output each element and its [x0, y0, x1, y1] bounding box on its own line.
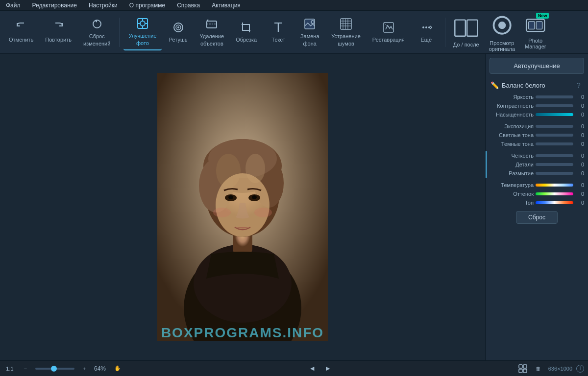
svg-rect-29 [467, 20, 478, 36]
crop-button[interactable]: Обрезка [231, 18, 262, 46]
next-icon: ▶ [326, 365, 330, 372]
menu-edit[interactable]: Редактирование [30, 1, 79, 10]
preview-original-button[interactable]: Просмотр оригинала [485, 9, 519, 55]
blur-label: Размытие [490, 170, 534, 176]
zoom-thumb[interactable] [51, 366, 57, 372]
replace-bg-button[interactable]: Замена фона [295, 14, 324, 50]
slider-row-tone: Тон 0 [486, 198, 588, 207]
more-button[interactable]: Ещё [412, 18, 441, 46]
svg-rect-55 [519, 365, 522, 368]
exposure-label: Экспозиция [490, 123, 534, 129]
bottom-bar: 1:1 − + 64% ✋ ◀ ▶ 🗑 [0, 360, 588, 376]
details-slider[interactable] [536, 163, 573, 166]
menu-about[interactable]: О программе [127, 1, 167, 10]
zoom-in-button[interactable]: + [78, 363, 90, 375]
enhance-photo-button[interactable]: Улучшение фото [123, 14, 161, 50]
slider-row-highlights: Светлые тона 0 [486, 131, 588, 140]
redo-button[interactable]: Повторить [40, 18, 76, 46]
photo-manager-button[interactable]: New Photo Manager [521, 12, 550, 52]
delete-button[interactable]: 🗑 [533, 363, 544, 375]
next-frame-button[interactable]: ▶ [322, 363, 334, 375]
brightness-slider[interactable] [536, 95, 573, 98]
slider-row-blur: Размытие 0 [486, 169, 588, 178]
zoom-out-icon: − [24, 366, 27, 372]
help-icon[interactable]: ? [574, 81, 583, 90]
svg-point-2 [140, 21, 145, 26]
clarity-slider[interactable] [536, 154, 573, 157]
blur-value: 0 [575, 170, 584, 176]
main-area: BOXPROGRAMS.INFO Автоулучшение ✏️ Баланс… [0, 54, 588, 360]
zoom-out-button[interactable]: − [20, 363, 31, 375]
svg-point-27 [428, 26, 430, 28]
hand-tool-button[interactable]: ✋ [112, 363, 123, 375]
menu-help[interactable]: Справка [175, 1, 202, 10]
right-panel: Автоулучшение ✏️ Баланс белого ? Яркость… [485, 54, 588, 360]
details-value: 0 [575, 162, 584, 167]
tint-value: 0 [575, 191, 584, 197]
temperature-slider[interactable] [536, 184, 573, 187]
brightness-label: Яркость [490, 94, 534, 100]
toolbar: Отменить Повторить Сброс изменений Улучш… [0, 11, 588, 54]
exposure-slider[interactable] [536, 125, 573, 128]
svg-rect-10 [207, 21, 217, 28]
saturation-slider[interactable] [536, 113, 573, 116]
gallery-view-icon [518, 364, 527, 373]
brightness-value: 0 [575, 94, 584, 100]
info-icon[interactable]: i [576, 365, 584, 373]
svg-point-31 [498, 22, 506, 29]
ratio-button[interactable]: 1:1 [4, 363, 16, 375]
restore-button[interactable]: Реставрация [368, 18, 410, 46]
denoise-button[interactable]: Устранение шумов [326, 14, 366, 50]
tone-slider[interactable] [536, 201, 573, 204]
blur-slider[interactable] [536, 172, 573, 175]
tone-value: 0 [575, 200, 584, 206]
svg-rect-28 [455, 20, 466, 36]
before-after-button[interactable]: До / после [449, 14, 483, 50]
svg-rect-34 [536, 22, 542, 29]
slider-row-shadows: Темные тона 0 [486, 140, 588, 148]
slider-row-contrast: Контрастность 0 [486, 101, 588, 110]
toolbar-separator-2 [445, 18, 445, 47]
undo-button[interactable]: Отменить [4, 18, 38, 46]
svg-rect-58 [523, 369, 527, 373]
contrast-slider[interactable] [536, 104, 573, 107]
zoom-in-icon: + [83, 366, 86, 372]
reset-button[interactable]: Сброс [516, 211, 558, 224]
slider-row-clarity: Четкость 0 [486, 151, 588, 160]
slider-row-brightness: Яркость 0 [486, 93, 588, 101]
prev-frame-button[interactable]: ◀ [306, 363, 318, 375]
saturation-value: 0 [575, 112, 584, 118]
shadows-slider[interactable] [536, 142, 573, 145]
hand-icon: ✋ [114, 365, 121, 372]
auto-enhance-button[interactable]: Автоулучшение [490, 58, 584, 74]
white-balance-header: ✏️ Баланс белого ? [486, 78, 588, 93]
canvas-area[interactable]: BOXPROGRAMS.INFO [0, 54, 485, 360]
tint-slider[interactable] [536, 192, 573, 195]
retouch-button[interactable]: Ретушь [164, 18, 193, 46]
menu-activate[interactable]: Активация [210, 1, 243, 10]
white-balance-label: Баланс белого [502, 82, 571, 89]
menu-settings[interactable]: Настройки [87, 1, 120, 10]
white-balance-icon: ✏️ [490, 81, 499, 89]
highlights-slider[interactable] [536, 134, 573, 137]
svg-rect-57 [519, 369, 522, 373]
text-button[interactable]: Текст [264, 18, 293, 46]
exposure-value: 0 [575, 123, 584, 129]
zoom-percent-label: 64% [94, 365, 108, 372]
remove-objects-button[interactable]: Удаление объектов [195, 14, 229, 50]
svg-rect-17 [341, 19, 351, 29]
svg-point-9 [177, 26, 179, 28]
highlights-value: 0 [575, 132, 584, 138]
highlights-label: Светлые тона [490, 132, 534, 138]
details-label: Детали [490, 162, 534, 167]
ratio-label: 1:1 [6, 366, 13, 372]
menu-file[interactable]: Файл [4, 1, 23, 10]
slider-row-saturation: Насыщенность 0 [486, 110, 588, 119]
zoom-slider-container [35, 368, 74, 370]
shadows-value: 0 [575, 141, 584, 147]
reset-changes-button[interactable]: Сброс изменений [78, 14, 115, 50]
clarity-value: 0 [575, 153, 584, 159]
zoom-track[interactable] [35, 368, 74, 370]
gallery-view-button[interactable] [517, 363, 529, 375]
clarity-label: Четкость [490, 153, 534, 159]
